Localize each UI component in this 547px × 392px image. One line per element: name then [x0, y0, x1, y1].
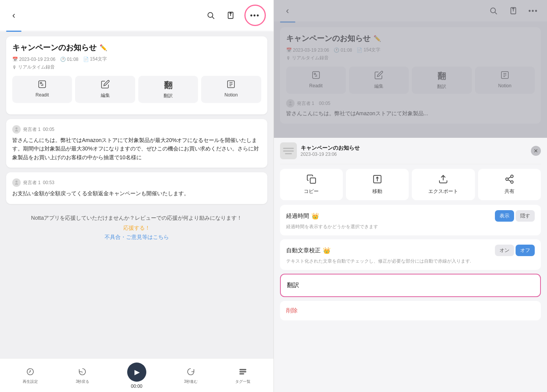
playback-settings-button[interactable]: 再生設定 — [23, 368, 38, 384]
delete-menu-item[interactable]: 削除 — [280, 301, 541, 320]
mini-title-text: キャンペーンのお知らせ — [301, 145, 527, 152]
svg-rect-13 — [240, 371, 246, 372]
back-3s-button[interactable]: 3 3秒戻る — [76, 368, 90, 384]
svg-line-10 — [29, 368, 29, 369]
left-search-button[interactable] — [205, 9, 217, 21]
tag-list-icon — [239, 368, 247, 378]
elapsed-time-setting: 経過時間 👑 表示 隠す 経過時間を表示するかどうかを選択できます — [280, 205, 541, 235]
promo-section: Nottaアプリを応援していただけませんか？レビューでの応援が何より励みになりま… — [0, 209, 274, 247]
left-translate-button[interactable]: 翻 翻訳 — [138, 76, 198, 103]
left-back-button[interactable]: ‹ — [8, 9, 20, 21]
sheet-action-row: コピー 移動 エクスポート — [280, 169, 541, 200]
left-card-title: キャンペーンのお知らせ ✏️ — [12, 42, 261, 53]
meta-realtime: 🎙 リアルタイム録音 — [12, 64, 55, 70]
left-main-card: キャンペーンのお知らせ ✏️ 📅 2023-03-19 23:06 🕐 01:0… — [6, 36, 267, 114]
mini-date-text: 2023-03-19 23:06 — [301, 152, 527, 157]
left-content-area: キャンペーンのお知らせ ✏️ 📅 2023-03-19 23:06 🕐 01:0… — [0, 32, 274, 358]
left-meta-row2: 🎙 リアルタイム録音 — [12, 64, 261, 70]
speaker-1-text: 皆さんこんにちは。弊社ではAmazonストアにて対象製品が最大20%オフになるセ… — [12, 136, 261, 162]
left-more-button[interactable]: ••• — [244, 5, 266, 26]
svg-rect-23 — [310, 178, 315, 183]
mini-preview-row: キャンペーンのお知らせ 2023-03-19 23:06 ✕ — [280, 138, 541, 164]
svg-rect-14 — [240, 373, 244, 374]
title-edit-icon[interactable]: ✏️ — [100, 44, 107, 51]
move-icon — [372, 174, 382, 186]
overlay-dim-area — [274, 0, 547, 138]
time-display: 00:00 — [131, 384, 142, 389]
share-icon — [504, 174, 514, 186]
play-button[interactable] — [127, 363, 146, 382]
speaker-2-label: 発言者 1 — [23, 180, 41, 186]
left-phone-panel: ‹ ••• キャンペーンのお知らせ ✏️ 📅 2023-03-19 — [0, 0, 274, 392]
svg-line-30 — [508, 177, 511, 178]
translate-menu-item[interactable]: 翻訳 — [280, 274, 541, 297]
svg-point-7 — [15, 127, 17, 129]
export-icon — [438, 174, 448, 186]
speaker-block-1: 発言者 1 00:05 皆さんこんにちは。弊社ではAmazonストアにて対象製品… — [6, 119, 267, 168]
right-overlay: キャンペーンのお知らせ 2023-03-19 23:06 ✕ コピー — [274, 0, 547, 392]
forward-3s-button[interactable]: 3秒進む — [184, 368, 198, 384]
speaker-2-time: 00:53 — [43, 180, 54, 185]
export-button[interactable]: エクスポート — [412, 169, 475, 200]
sheet-close-button[interactable]: ✕ — [531, 146, 541, 156]
svg-point-26 — [511, 175, 513, 178]
left-share-button[interactable] — [224, 9, 237, 21]
svg-text:3: 3 — [82, 371, 83, 373]
svg-rect-12 — [240, 369, 246, 370]
meta-chars: 📄 154文字 — [83, 56, 107, 62]
speaker-1-time: 00:05 — [43, 127, 54, 132]
back-3s-icon: 3 — [78, 368, 87, 378]
promo-feedback-link[interactable]: 不具合・ご意見等はこちら — [6, 234, 267, 241]
left-readit-button[interactable]: Readit — [12, 76, 72, 103]
left-action-buttons: Readit 編集 翻 翻訳 Notion — [12, 76, 261, 103]
speaker-2-text: お支払い金額が全額戻ってくる全額返金キャンペーンも開催いたします。 — [12, 189, 261, 198]
play-button-container: 00:00 — [127, 363, 146, 389]
left-meta-row: 📅 2023-03-19 23:06 🕐 01:08 📄 154文字 — [12, 56, 261, 62]
auto-correction-toggle: オン オフ — [495, 245, 535, 256]
copy-button[interactable]: コピー — [280, 169, 343, 200]
left-bottom-bar: 再生設定 3 3秒戻る 00:00 3秒進む — [0, 358, 274, 392]
mini-info-block: キャンペーンのお知らせ 2023-03-19 23:06 — [301, 145, 527, 157]
promo-text: Nottaアプリを応援していただけませんか？レビューでの応援が何より励みになりま… — [6, 215, 267, 222]
svg-line-29 — [508, 180, 511, 181]
svg-point-0 — [208, 13, 213, 18]
elapsed-time-toggle: 表示 隠す — [495, 210, 535, 222]
share-button[interactable]: 共有 — [478, 169, 541, 200]
elapsed-show-button[interactable]: 表示 — [495, 210, 514, 222]
speaker-2-info: 発言者 1 00:53 — [12, 178, 261, 187]
elapsed-hide-button[interactable]: 隠す — [516, 210, 535, 222]
notion-icon — [226, 80, 236, 91]
svg-point-8 — [15, 181, 17, 183]
left-top-bar: ‹ ••• — [0, 0, 274, 31]
crown-icon-1: 👑 — [311, 212, 319, 220]
speaker-1-info: 発言者 1 00:05 — [12, 125, 261, 134]
crown-icon-2: 👑 — [323, 247, 331, 254]
move-button[interactable]: 移動 — [346, 169, 409, 200]
meta-duration: 🕐 01:08 — [60, 57, 79, 62]
left-notion-button[interactable]: Notion — [201, 76, 261, 103]
auto-correction-off-button[interactable]: オフ — [516, 245, 535, 256]
svg-line-1 — [212, 17, 214, 19]
playback-settings-icon — [26, 368, 34, 378]
auto-correction-setting: 自動文章校正 👑 オン オフ テキスト化された文章を自動でチェックし、修正が必要… — [280, 239, 541, 270]
edit-icon — [101, 80, 110, 91]
bottom-sheet[interactable]: キャンペーンのお知らせ 2023-03-19 23:06 ✕ コピー — [274, 138, 547, 392]
left-edit-button[interactable]: 編集 — [75, 76, 135, 103]
translate-icon: 翻 — [164, 80, 172, 91]
forward-3s-icon — [187, 368, 195, 378]
auto-correction-on-button[interactable]: オン — [495, 245, 514, 256]
auto-correction-desc: テキスト化された文章を自動でチェックし、修正が必要な部分には自動で赤線が入ります… — [286, 258, 535, 265]
readit-icon — [38, 80, 47, 91]
promo-support-link[interactable]: 応援する！ — [6, 225, 267, 232]
svg-point-5 — [40, 82, 42, 84]
svg-point-28 — [511, 181, 513, 183]
speaker-1-avatar — [12, 125, 21, 134]
elapsed-time-desc: 経過時間を表示するかどうかを選択できます — [286, 224, 535, 230]
bottom-controls: 再生設定 3 3秒戻る 00:00 3秒進む — [0, 363, 274, 389]
left-top-icons: ••• — [205, 5, 266, 26]
meta-date: 📅 2023-03-19 23:06 — [12, 57, 56, 62]
svg-point-27 — [506, 178, 508, 181]
tag-list-button[interactable]: タグ一覧 — [235, 368, 251, 384]
speaker-2-avatar — [12, 178, 21, 187]
right-phone-panel: ‹ ••• キャンペーンのお知らせ ✏️ 📅2023-03-19 23:06 — [274, 0, 547, 392]
